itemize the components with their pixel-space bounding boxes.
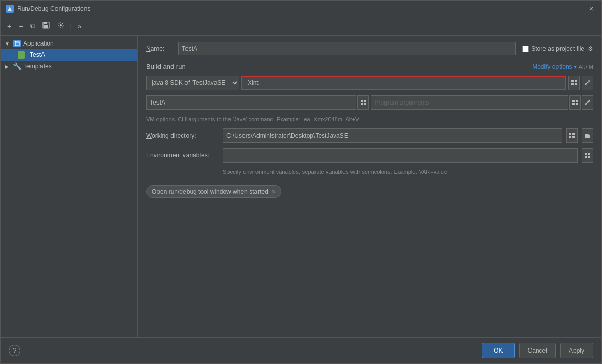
main-class-args-row bbox=[146, 95, 593, 110]
svg-rect-9 bbox=[571, 83, 574, 85]
sidebar-item-testa[interactable]: TestA bbox=[1, 49, 137, 61]
toolbar: + − ⧉ | » bbox=[1, 17, 601, 36]
vm-options-input[interactable] bbox=[241, 76, 566, 90]
svg-rect-19 bbox=[572, 103, 575, 105]
application-icon bbox=[13, 39, 21, 48]
section-title: Build and run bbox=[146, 63, 186, 70]
svg-rect-3 bbox=[44, 25, 48, 28]
copy-config-button[interactable]: ⧉ bbox=[27, 20, 38, 32]
program-args-input[interactable] bbox=[371, 95, 569, 110]
open-debug-tag-close[interactable]: × bbox=[271, 187, 276, 196]
toolbar-separator: | bbox=[70, 23, 71, 30]
right-panel: Name: Store as project file ⚙ Build and … bbox=[138, 36, 601, 337]
sdk-select[interactable]: java 8 SDK of 'TestJavaSE' bbox=[146, 76, 239, 90]
apply-button[interactable]: Apply bbox=[560, 343, 593, 358]
save-config-button[interactable] bbox=[40, 20, 52, 32]
more-options-button[interactable]: » bbox=[75, 21, 84, 32]
run-debug-dialog: Run/Debug Configurations × + − ⧉ | » bbox=[0, 0, 602, 364]
svg-rect-13 bbox=[361, 100, 363, 102]
svg-rect-30 bbox=[588, 156, 590, 158]
testa-icon bbox=[17, 51, 25, 59]
program-args-expand-btn[interactable] bbox=[569, 95, 581, 110]
help-icon: ? bbox=[13, 347, 17, 354]
close-button[interactable]: × bbox=[586, 4, 596, 14]
vm-hint-text: VM options. CLI arguments to the 'Java' … bbox=[146, 115, 593, 123]
remove-config-button[interactable]: − bbox=[16, 21, 25, 32]
main-class-container bbox=[146, 95, 369, 110]
spacer bbox=[146, 203, 593, 331]
working-directory-input[interactable] bbox=[223, 128, 562, 143]
templates-arrow: ▶ bbox=[5, 64, 13, 69]
cancel-button[interactable]: Cancel bbox=[519, 343, 556, 358]
help-button[interactable]: ? bbox=[9, 345, 20, 356]
working-directory-label: Working directory: bbox=[146, 132, 219, 139]
svg-rect-23 bbox=[569, 133, 571, 135]
working-dir-browse-btn[interactable] bbox=[582, 128, 593, 143]
name-store-row: Name: Store as project file ⚙ bbox=[146, 42, 593, 55]
env-expand-btn[interactable] bbox=[582, 148, 593, 163]
testa-label: TestA bbox=[30, 51, 45, 59]
name-row: Name: bbox=[146, 42, 516, 55]
svg-rect-17 bbox=[572, 100, 575, 102]
svg-rect-28 bbox=[588, 153, 590, 155]
program-args-resize-btn[interactable] bbox=[582, 95, 593, 110]
templates-label: Templates bbox=[23, 63, 52, 70]
vm-options-container bbox=[241, 76, 566, 90]
svg-rect-29 bbox=[585, 156, 587, 158]
svg-rect-8 bbox=[575, 80, 577, 82]
vm-options-resize-icon[interactable] bbox=[582, 76, 593, 90]
application-label: Application bbox=[23, 40, 54, 47]
dialog-icon bbox=[6, 5, 14, 13]
title-bar-text: Run/Debug Configurations bbox=[17, 5, 586, 12]
env-variables-input[interactable] bbox=[223, 148, 578, 163]
sdk-vm-row: java 8 SDK of 'TestJavaSE' bbox=[146, 76, 593, 90]
svg-rect-16 bbox=[364, 103, 366, 105]
svg-rect-26 bbox=[572, 136, 575, 138]
left-panel: ▼ Application TestA bbox=[1, 36, 138, 337]
build-run-header: Build and run Modify options ▾ Alt+M bbox=[146, 63, 593, 70]
sidebar-item-templates[interactable]: ▶ 🔧 Templates bbox=[1, 61, 137, 72]
svg-marker-0 bbox=[8, 7, 12, 11]
add-config-button[interactable]: + bbox=[5, 21, 14, 32]
expand-arrow: ▼ bbox=[5, 41, 13, 47]
open-debug-tag: Open run/debug tool window when started … bbox=[146, 185, 281, 198]
open-debug-tag-label: Open run/debug tool window when started bbox=[152, 188, 268, 195]
title-bar: Run/Debug Configurations × bbox=[1, 1, 601, 17]
svg-rect-2 bbox=[44, 22, 47, 24]
footer: ? OK Cancel Apply bbox=[1, 337, 601, 363]
settings-button[interactable] bbox=[54, 20, 67, 32]
program-args-container bbox=[371, 95, 594, 110]
svg-rect-20 bbox=[576, 103, 578, 105]
store-project-checkbox-label[interactable]: Store as project file bbox=[522, 45, 584, 52]
modify-options-button[interactable]: Modify options bbox=[532, 63, 572, 70]
working-directory-row: Working directory: bbox=[146, 128, 593, 143]
name-input[interactable] bbox=[178, 42, 516, 55]
store-project-row: Store as project file ⚙ bbox=[522, 45, 593, 52]
working-dir-expand-btn[interactable] bbox=[566, 128, 578, 143]
store-project-checkbox[interactable] bbox=[522, 46, 529, 52]
main-class-input[interactable] bbox=[146, 95, 356, 110]
main-class-icon-btn[interactable] bbox=[357, 95, 369, 110]
modify-options-container: Modify options ▾ Alt+M bbox=[532, 63, 593, 70]
main-content: ▼ Application TestA bbox=[1, 36, 601, 337]
tags-container: Open run/debug tool window when started … bbox=[146, 185, 593, 198]
vm-options-expand-icon[interactable] bbox=[568, 76, 580, 90]
svg-rect-15 bbox=[361, 103, 363, 105]
svg-rect-14 bbox=[364, 100, 366, 102]
chevron-down-icon: ▾ bbox=[574, 63, 577, 70]
env-variables-row: Environment variables: bbox=[146, 148, 593, 163]
svg-rect-5 bbox=[15, 41, 19, 46]
env-hint-text: Specify environment variables, separate … bbox=[146, 168, 593, 176]
svg-rect-7 bbox=[571, 80, 574, 82]
ok-button[interactable]: OK bbox=[482, 343, 514, 358]
env-variables-label: Environment variables: bbox=[146, 152, 219, 159]
svg-point-4 bbox=[60, 24, 62, 26]
svg-rect-10 bbox=[575, 83, 577, 85]
svg-rect-25 bbox=[569, 136, 571, 138]
modify-options-shortcut: Alt+M bbox=[579, 64, 593, 70]
svg-rect-27 bbox=[585, 153, 587, 155]
store-project-label: Store as project file bbox=[531, 45, 584, 52]
store-gear-icon[interactable]: ⚙ bbox=[587, 45, 593, 52]
sidebar-item-application[interactable]: ▼ Application bbox=[1, 38, 137, 49]
name-label: Name: bbox=[146, 45, 172, 52]
